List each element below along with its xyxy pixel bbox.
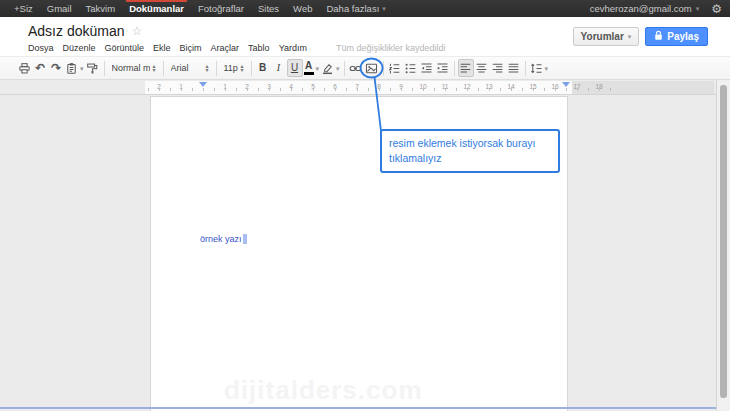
text-color-button[interactable]: A▾ (303, 59, 321, 77)
star-icon[interactable]: ☆ (132, 24, 143, 38)
align-center-button[interactable] (474, 59, 490, 77)
styles-dropdown-label: Normal m... (112, 63, 150, 73)
font-family-dropdown-label: Arial (171, 63, 189, 73)
bold-button[interactable]: B (255, 59, 271, 77)
bold-button-label: B (259, 63, 266, 73)
header-actions: Yorumlar ▾ Paylaş (573, 27, 708, 46)
topbar-item-fotoğraflar[interactable]: Fotoğraflar (191, 0, 251, 17)
bullet-list-button[interactable] (403, 59, 419, 77)
line-spacing-button[interactable]: ▾ (529, 59, 550, 77)
menu-araçlar[interactable]: Araçlar (211, 43, 240, 53)
save-status: Tüm değişiklikler kaydedildi (336, 43, 446, 53)
topbar-item-web[interactable]: Web (286, 0, 319, 17)
toolbar-separator (163, 61, 164, 76)
ruler-tick (467, 88, 468, 91)
ruler-tick (445, 88, 446, 91)
ruler-tick (489, 88, 490, 91)
topbar-item-siz[interactable]: +Siz (7, 0, 40, 17)
underline-button[interactable]: U (287, 59, 303, 77)
italic-button[interactable]: I (271, 59, 287, 77)
italic-button-label: I (277, 63, 280, 73)
indent-icon (436, 62, 449, 75)
menu-yardım[interactable]: Yardım (279, 43, 307, 53)
account-email[interactable]: cevherozan@gmail.com (590, 3, 692, 14)
ruler-tick (379, 88, 380, 91)
menu-görüntüle[interactable]: Görüntüle (105, 43, 145, 53)
account-chevron-down-icon[interactable]: ▾ (696, 5, 700, 12)
font-family-dropdown[interactable]: Arial▴▾ (167, 59, 213, 77)
font-size-dropdown[interactable]: 11pt▴▾ (220, 59, 248, 77)
document-text-content: örnek yazı (200, 234, 242, 244)
decrease-indent-button[interactable] (419, 59, 435, 77)
web-clipboard-button[interactable]: ▾ (64, 59, 85, 77)
left-indent-marker[interactable] (199, 82, 207, 87)
ruler-tick (313, 88, 314, 91)
align-right-button[interactable] (490, 59, 506, 77)
alignright-icon (491, 62, 504, 75)
topbar-item-sites[interactable]: Sites (251, 0, 286, 17)
ruler-tick (192, 88, 193, 91)
page-title[interactable]: Adsız doküman (28, 23, 125, 39)
toolbar-separator (454, 61, 455, 76)
spinner-arrows-icon: ▴▾ (206, 64, 209, 72)
text-color-icon: A (304, 61, 314, 75)
redo-button[interactable]: ↷ (48, 59, 64, 77)
topbar-item-daha-fazlası[interactable]: Daha fazlası▾ (319, 0, 392, 17)
align-left-button[interactable] (458, 59, 474, 77)
google-bar: +SizGmailTakvimDokümanlarFotoğraflarSite… (0, 0, 730, 17)
ruler-tick (610, 88, 611, 91)
chevron-down-icon: ▾ (316, 65, 320, 72)
topbar-item-takvim[interactable]: Takvim (79, 0, 123, 17)
image-icon (365, 62, 378, 75)
ruler-tick (214, 88, 215, 91)
topbar-item-dokümanlar[interactable]: Dokümanlar (122, 0, 191, 17)
header: Adsız doküman ☆ DosyaDüzenleGörüntüleEkl… (0, 17, 730, 56)
alignleft-icon (459, 62, 472, 75)
document-text[interactable]: örnek yazı (200, 234, 247, 244)
aligncenter-icon (475, 62, 488, 75)
menu-düzenle[interactable]: Düzenle (63, 43, 96, 53)
topbar-items: +SizGmailTakvimDokümanlarFotoğraflarSite… (0, 0, 393, 17)
ruler-tick (170, 88, 171, 91)
topbar-item-gmail[interactable]: Gmail (40, 0, 79, 17)
page-bottom-line (0, 407, 718, 409)
comments-button[interactable]: Yorumlar ▾ (573, 27, 640, 46)
text-cursor (243, 234, 247, 244)
menu-biçim[interactable]: Biçim (180, 43, 202, 53)
toolbar-separator (104, 61, 105, 76)
ruler-tick (302, 88, 303, 91)
ruler-tick (280, 88, 281, 91)
print-icon (18, 62, 31, 75)
numbered-list-button[interactable] (387, 59, 403, 77)
undo-button[interactable]: ↶ (32, 59, 48, 77)
insert-link-button[interactable] (348, 59, 364, 77)
outdent-icon (420, 62, 433, 75)
toolbar-separator (383, 61, 384, 76)
ruler-tick (225, 88, 226, 91)
menubar: DosyaDüzenleGörüntüleEkleBiçimAraçlarTab… (28, 43, 446, 53)
insert-image-button[interactable] (364, 59, 380, 77)
alignjustify-icon (507, 62, 520, 75)
undo-icon: ↶ (35, 62, 45, 74)
underline-button-label: U (291, 63, 298, 73)
scrollbar-thumb[interactable] (720, 85, 727, 398)
right-indent-marker[interactable] (562, 82, 570, 87)
print-button[interactable] (16, 59, 32, 77)
highlight-color-button[interactable]: ▾ (320, 59, 341, 77)
ruler-tick (588, 88, 589, 91)
menu-tablo[interactable]: Tablo (248, 43, 270, 53)
ruler-tick (357, 88, 358, 91)
menu-dosya[interactable]: Dosya (28, 43, 54, 53)
menu-ekle[interactable]: Ekle (153, 43, 171, 53)
chevron-down-icon: ▾ (382, 5, 386, 12)
align-justify-button[interactable] (506, 59, 522, 77)
share-button[interactable]: Paylaş (645, 27, 708, 46)
ruler-tick (181, 88, 182, 91)
chevron-down-icon: ▾ (336, 65, 340, 72)
styles-dropdown[interactable]: Normal m...▴▾ (108, 59, 160, 77)
paint-format-button[interactable] (85, 59, 101, 77)
gear-icon[interactable]: ⚙ (711, 2, 722, 16)
scrollbar-track[interactable] (716, 80, 730, 411)
increase-indent-button[interactable] (435, 59, 451, 77)
spinner-arrows-icon: ▴▾ (241, 64, 244, 72)
